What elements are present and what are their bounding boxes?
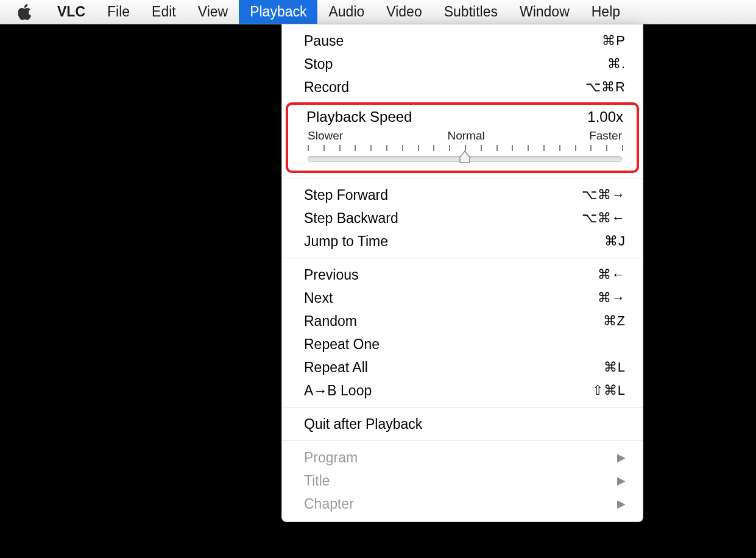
- menu-item-label: Pause: [304, 32, 602, 50]
- speed-label-normal: Normal: [447, 129, 484, 143]
- menu-item-record[interactable]: Record ⌥⌘R: [282, 76, 643, 99]
- menu-item-label: Step Backward: [304, 209, 582, 227]
- menu-item-program: Program ▶: [282, 446, 643, 469]
- playback-dropdown: Pause ⌘P Stop ⌘. Record ⌥⌘R Playback Spe…: [281, 24, 643, 522]
- menu-item-title: Title ▶: [282, 469, 643, 492]
- menu-item-step-forward[interactable]: Step Forward ⌥⌘→: [282, 183, 643, 207]
- menu-help[interactable]: Help: [581, 0, 631, 24]
- menu-item-shortcut: ⌘J: [604, 232, 626, 250]
- menu-item-ab-loop[interactable]: A→B Loop ⇧⌘L: [282, 379, 643, 402]
- menu-app-name[interactable]: VLC: [46, 0, 96, 24]
- menu-subtitles[interactable]: Subtitles: [433, 0, 509, 24]
- menu-separator: [282, 258, 643, 258]
- menu-file[interactable]: File: [96, 0, 141, 24]
- submenu-arrow-icon: ▶: [617, 495, 626, 513]
- menu-item-shortcut: ⇧⌘L: [592, 381, 626, 400]
- menu-item-jump-to-time[interactable]: Jump to Time ⌘J: [282, 230, 643, 253]
- menu-playback[interactable]: Playback: [239, 0, 317, 24]
- menu-item-repeat-all[interactable]: Repeat All ⌘L: [282, 356, 643, 379]
- menu-item-label: Jump to Time: [304, 232, 604, 250]
- menu-item-label: Next: [304, 289, 598, 307]
- submenu-arrow-icon: ▶: [617, 448, 626, 467]
- menu-item-shortcut: ⌥⌘→: [582, 186, 626, 204]
- menu-separator: [282, 407, 643, 408]
- menu-item-shortcut: ⌘L: [604, 358, 626, 376]
- menu-item-label: Step Forward: [304, 186, 582, 204]
- menu-item-label: Quit after Playback: [304, 415, 626, 433]
- menu-edit[interactable]: Edit: [141, 0, 187, 24]
- speed-label-faster: Faster: [589, 129, 622, 143]
- menu-item-label: Random: [304, 312, 603, 330]
- submenu-arrow-icon: ▶: [617, 471, 626, 490]
- speed-label-slower: Slower: [308, 129, 343, 143]
- menu-item-stop[interactable]: Stop ⌘.: [282, 52, 643, 76]
- menu-item-repeat-one[interactable]: Repeat One: [282, 333, 643, 356]
- playback-speed-value: 1.00x: [587, 108, 623, 125]
- menu-item-random[interactable]: Random ⌘Z: [282, 309, 643, 333]
- menu-item-previous[interactable]: Previous ⌘←: [282, 263, 643, 286]
- menubar: VLC File Edit View Playback Audio Video …: [0, 0, 756, 24]
- menu-item-shortcut: ⌥⌘R: [585, 78, 626, 96]
- menu-item-shortcut: ⌘→: [598, 289, 626, 307]
- menu-item-shortcut: ⌘P: [602, 32, 626, 50]
- playback-speed-block: Playback Speed 1.00x Slower Normal Faste…: [286, 102, 639, 173]
- menu-separator: [282, 178, 643, 178]
- menu-item-shortcut: ⌘←: [598, 266, 626, 284]
- menu-item-label: A→B Loop: [304, 381, 592, 400]
- menu-item-label: Program: [304, 448, 613, 467]
- speed-slider[interactable]: [308, 156, 622, 162]
- menu-item-next[interactable]: Next ⌘→: [282, 286, 643, 309]
- menu-item-label: Record: [304, 78, 585, 96]
- playback-speed-title: Playback Speed: [306, 108, 412, 125]
- menu-item-step-backward[interactable]: Step Backward ⌥⌘←: [282, 207, 643, 230]
- menu-item-pause[interactable]: Pause ⌘P: [282, 29, 643, 52]
- menu-view[interactable]: View: [187, 0, 239, 24]
- menu-item-label: Previous: [304, 266, 598, 284]
- speed-slider-thumb-icon[interactable]: [459, 150, 471, 164]
- menu-item-shortcut: ⌥⌘←: [582, 209, 626, 227]
- menu-item-quit-after-playback[interactable]: Quit after Playback: [282, 412, 643, 436]
- menu-item-chapter: Chapter ▶: [282, 492, 643, 515]
- menu-item-label: Chapter: [304, 495, 613, 513]
- menu-separator: [282, 440, 643, 441]
- apple-logo-icon[interactable]: [17, 4, 33, 20]
- menu-item-label: Repeat All: [304, 358, 604, 376]
- menu-item-shortcut: ⌘.: [607, 55, 626, 73]
- menu-item-label: Stop: [304, 55, 607, 73]
- menu-item-label: Title: [304, 471, 613, 490]
- menu-item-shortcut: ⌘Z: [603, 312, 626, 330]
- menu-window[interactable]: Window: [509, 0, 581, 24]
- menu-audio[interactable]: Audio: [317, 0, 375, 24]
- menu-video[interactable]: Video: [375, 0, 433, 24]
- menu-item-label: Repeat One: [304, 335, 626, 353]
